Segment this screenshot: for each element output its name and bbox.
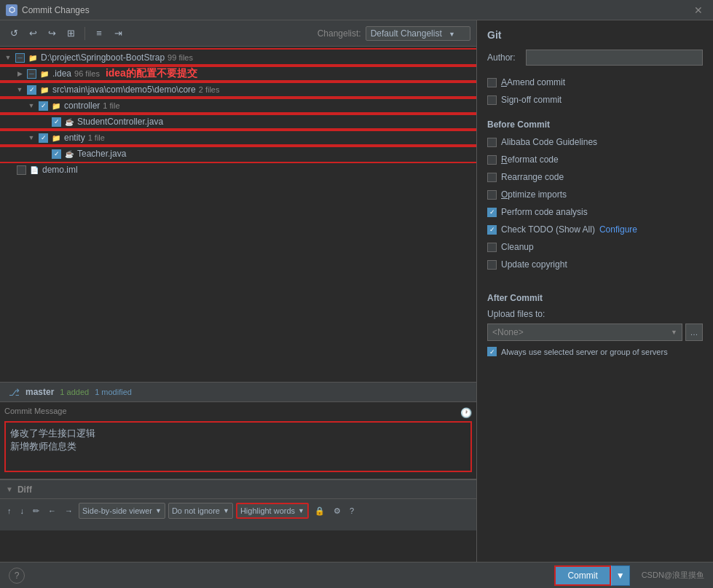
ignore-combo[interactable]: Do not ignore ▼	[168, 503, 233, 519]
cleanup-row: Cleanup	[487, 240, 703, 254]
upload-combo-btn[interactable]: …	[685, 324, 703, 341]
collapse-button[interactable]: ⇥	[110, 26, 126, 42]
controller-checkbox[interactable]	[39, 101, 48, 111]
always-use-text: Always use selected server or group of s…	[501, 348, 668, 356]
alibaba-row: Alibaba Code Guidelines	[487, 136, 703, 149]
entity-checkbox[interactable]	[39, 133, 48, 143]
main-layout: ↺ ↩ ↪ ⊞ ≡ ⇥ Changelist: Default Changeli…	[0, 20, 713, 588]
commit-button[interactable]: Commit	[554, 565, 610, 586]
after-commit-header: After Commit	[487, 293, 703, 303]
root-expand-arrow[interactable]: ▼	[3, 52, 13, 63]
entity-expand-arrow[interactable]: ▼	[26, 133, 36, 143]
close-button[interactable]: ✕	[690, 3, 707, 17]
rearrange-row: Rearrange code	[487, 170, 703, 184]
watermark: CSDN@浪里摸鱼	[642, 570, 704, 581]
diff-help-button[interactable]: ?	[347, 503, 357, 519]
entity-count: 1 file	[88, 133, 105, 142]
rearrange-checkbox[interactable]	[487, 173, 497, 182]
teacher-icon: ☕	[63, 148, 75, 160]
changelist-combo[interactable]: Default Changelist ▼	[366, 26, 470, 41]
title-bar: ⬡ Commit Changes ✕	[0, 0, 713, 20]
refresh-button[interactable]: ↺	[6, 26, 22, 42]
changelist-label: Changelist:	[318, 28, 361, 39]
student-controller-checkbox[interactable]	[52, 117, 61, 127]
diff-forward-button[interactable]: →	[62, 503, 76, 519]
optimize-row: Optimize imports	[487, 188, 703, 201]
cleanup-checkbox[interactable]	[487, 243, 497, 252]
commit-message-input[interactable]: 修改了学生接口逻辑 新增教师信息类	[4, 421, 472, 472]
always-use-checkbox[interactable]	[487, 347, 497, 356]
diff-toolbar: ↑ ↓ ✏ ← → Side-by-side viewer ▼ Do not i…	[0, 499, 476, 522]
check-todo-checkbox[interactable]	[487, 225, 497, 235]
diff-settings-button[interactable]: ⚙	[331, 503, 344, 519]
ignore-combo-arrow: ▼	[223, 507, 229, 514]
reformat-label: Reformat code	[501, 154, 559, 165]
teacher-row[interactable]: ☕ Teacher.java	[0, 146, 476, 162]
perform-checkbox[interactable]	[487, 208, 497, 217]
after-commit-section: After Commit Upload files to: <None> ▼ ……	[487, 284, 703, 356]
entity-folder-icon: 📁	[50, 132, 62, 144]
src-folder-icon: 📁	[39, 84, 50, 95]
undo-button[interactable]: ↩	[25, 26, 41, 42]
idea-folder-icon: 📁	[39, 68, 50, 79]
idea-checkbox[interactable]	[27, 69, 36, 79]
branch-icon: ⎇	[9, 387, 20, 398]
diff-up-button[interactable]: ↑	[4, 503, 15, 519]
diff-edit-button[interactable]: ✏	[30, 503, 42, 519]
demo-iml-checkbox[interactable]	[17, 165, 26, 175]
diff-section: ▼ Diff ↑ ↓ ✏ ← → Side-by-side viewer ▼ D…	[0, 479, 476, 530]
upload-combo[interactable]: <None> ▼	[487, 324, 682, 341]
controller-name: controller	[64, 101, 100, 111]
demo-iml-row[interactable]: 📄 demo.iml	[0, 162, 476, 178]
idea-expand-arrow[interactable]: ▶	[15, 68, 25, 79]
reformat-checkbox[interactable]	[487, 155, 497, 165]
always-use-row: Always use selected server or group of s…	[487, 347, 703, 356]
author-input[interactable]	[526, 50, 703, 66]
entity-folder-row[interactable]: ▼ 📁 entity 1 file	[0, 130, 476, 146]
commit-arrow-button[interactable]: ▼	[611, 565, 630, 586]
redo-button[interactable]: ↪	[44, 26, 60, 42]
idea-folder-name: .idea	[52, 68, 71, 79]
root-count: 99 files	[168, 53, 193, 62]
branch-name: master	[25, 387, 54, 397]
tree-root-row[interactable]: ▼ 📁 D:\project\Springboot-BootStrap 99 f…	[0, 50, 476, 66]
diff-toggle-arrow[interactable]: ▼	[6, 485, 13, 493]
diff-down-button[interactable]: ↓	[17, 503, 28, 519]
src-folder-row[interactable]: ▼ 📁 src\main\java\com\demo5\demo\core 2 …	[0, 82, 476, 98]
src-checkbox[interactable]	[27, 85, 36, 95]
configure-link[interactable]: Configure	[599, 224, 637, 235]
demo-iml-icon: 📄	[28, 164, 40, 176]
right-panel: Git Author: AAmend commit Sign-off commi…	[477, 20, 713, 588]
signoff-checkbox[interactable]	[487, 95, 497, 105]
viewer-combo[interactable]: Side-by-side viewer ▼	[79, 503, 165, 519]
optimize-label: Optimize imports	[501, 189, 567, 200]
changelist-arrow: ▼	[449, 31, 455, 38]
highlight-combo-arrow: ▼	[298, 507, 304, 514]
left-panel: ↺ ↩ ↪ ⊞ ≡ ⇥ Changelist: Default Changeli…	[0, 20, 477, 588]
added-status: 1 added	[60, 388, 89, 396]
idea-note-text: idea的配置不要提交	[106, 67, 197, 80]
controller-folder-row[interactable]: ▼ 📁 controller 1 file	[0, 98, 476, 114]
src-expand-arrow[interactable]: ▼	[15, 85, 25, 95]
clock-icon: 🕐	[460, 407, 472, 418]
help-button[interactable]: ?	[9, 568, 25, 584]
diff-back-button[interactable]: ←	[45, 503, 59, 519]
status-bar: ⎇ master 1 added 1 modified	[0, 382, 476, 402]
student-controller-row[interactable]: ☕ StudentController.java	[0, 114, 476, 130]
before-commit-header: Before Commit	[487, 119, 703, 130]
app-icon: ⬡	[6, 4, 17, 16]
teacher-checkbox[interactable]	[52, 149, 61, 159]
signoff-commit-row: Sign-off commit	[487, 93, 703, 106]
expand-button[interactable]: ≡	[91, 26, 107, 42]
file-tree[interactable]: ▼ 📁 D:\project\Springboot-BootStrap 99 f…	[0, 47, 476, 382]
update-copyright-checkbox[interactable]	[487, 260, 497, 270]
optimize-checkbox[interactable]	[487, 190, 497, 200]
idea-folder-row[interactable]: ▶ 📁 .idea 96 files idea的配置不要提交	[0, 66, 476, 82]
alibaba-checkbox[interactable]	[487, 138, 497, 147]
controller-expand-arrow[interactable]: ▼	[26, 101, 36, 111]
root-checkbox[interactable]	[15, 53, 25, 63]
group-button[interactable]: ⊞	[63, 26, 79, 42]
amend-checkbox[interactable]	[487, 78, 497, 87]
diff-lock-button[interactable]: 🔒	[312, 503, 328, 519]
highlight-combo[interactable]: Highlight words ▼	[236, 503, 309, 519]
